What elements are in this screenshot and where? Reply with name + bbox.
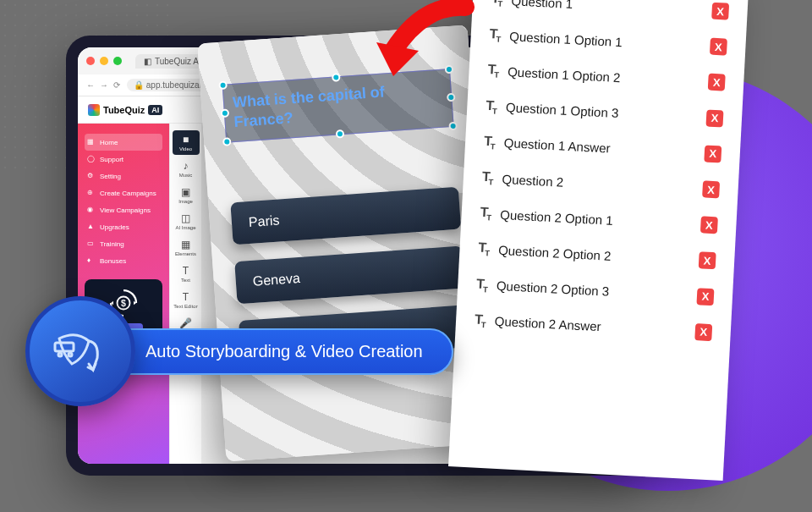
panel-row[interactable]: TTQuestion 2 AnswerX [456, 311, 732, 342]
text-item-icon: TT [489, 26, 500, 44]
help-icon: ◯ [87, 155, 96, 163]
sidebar-item-view[interactable]: ◉View Campaigns [85, 201, 162, 218]
tool-text[interactable]: TText [173, 262, 200, 286]
plus-icon: ⊕ [87, 189, 96, 197]
delete-icon[interactable]: X [704, 145, 721, 162]
app-logo[interactable]: TubeQuizAI [88, 104, 162, 116]
delete-icon[interactable]: X [708, 74, 726, 91]
panel-row[interactable]: TTQuestion 2 Option 3X [458, 275, 733, 306]
panel-row[interactable]: TTQuestion 1 Option 1X [470, 25, 746, 57]
reload-icon[interactable]: ⟳ [113, 80, 120, 90]
text-item-icon: TT [481, 169, 492, 187]
forward-icon[interactable]: → [100, 80, 108, 90]
text-item-icon: TT [476, 276, 487, 294]
tool-ai-image[interactable]: ◫AI Image [173, 209, 200, 234]
sidebar: ▦Home ◯Support ⚙Setting ⊕Create Campaign… [78, 124, 169, 464]
tool-video[interactable]: ■Video [173, 130, 200, 155]
ai-image-icon: ◫ [173, 212, 200, 224]
svg-point-3 [58, 353, 62, 356]
panel-row[interactable]: TTQuestion 2 Option 2X [459, 239, 735, 271]
resize-handle[interactable] [221, 109, 230, 118]
tool-elements[interactable]: ▦Elements [173, 235, 200, 260]
panel-row[interactable]: TTQuestion 2 Option 1X [461, 204, 737, 235]
delete-icon[interactable]: X [705, 109, 723, 127]
elements-icon: ▦ [173, 239, 200, 250]
book-icon: ▭ [87, 239, 96, 248]
resize-handle[interactable] [218, 80, 228, 90]
delete-icon[interactable]: X [711, 3, 729, 20]
svg-point-4 [69, 353, 72, 356]
questions-panel: TTQuestion 1X TTQuestion 1 Option 1X TTQ… [448, 0, 749, 481]
svg-rect-2 [55, 343, 74, 351]
delete-icon[interactable]: X [696, 288, 714, 306]
back-icon[interactable]: ← [86, 80, 95, 90]
delete-icon[interactable]: X [694, 323, 712, 341]
sidebar-item-training[interactable]: ▭Training [85, 235, 162, 252]
gift-icon: ♦ [87, 256, 96, 265]
sidebar-item-bonuses[interactable]: ♦Bonuses [85, 252, 162, 269]
sidebar-item-upgrades[interactable]: ▲Upgrades [85, 218, 162, 235]
grid-icon: ▦ [87, 138, 96, 146]
panel-row[interactable]: TTQuestion 1 AnswerX [465, 132, 741, 163]
sidebar-item-home[interactable]: ▦Home [85, 134, 162, 151]
text-item-icon: TT [486, 97, 497, 115]
sidebar-item-setting[interactable]: ⚙Setting [85, 168, 162, 184]
music-icon: ♪ [173, 160, 200, 172]
image-icon: ▣ [173, 186, 200, 198]
delete-icon[interactable]: X [710, 38, 727, 56]
text-icon: T [173, 265, 200, 277]
toolbar: ■Video ♪Music ▣Image ◫AI Image ▦Elements… [169, 124, 201, 464]
text-item-icon: TT [491, 0, 502, 8]
option-geneva[interactable]: Geneva [234, 245, 465, 304]
text-item-icon: TT [484, 134, 495, 151]
delete-icon[interactable]: X [702, 180, 720, 198]
panel-row[interactable]: TTQuestion 1 Option 2X [469, 61, 744, 92]
tool-image[interactable]: ▣Image [173, 183, 200, 207]
panel-row[interactable]: TTQuestion 1X [473, 0, 749, 21]
text-item-icon: TT [475, 311, 486, 329]
delete-icon[interactable]: X [699, 252, 716, 270]
logo-icon [88, 104, 100, 116]
resize-handle[interactable] [332, 73, 341, 82]
sidebar-item-create[interactable]: ⊕Create Campaigns [85, 184, 162, 201]
panel-row[interactable]: TTQuestion 1 Option 3X [467, 96, 743, 128]
video-icon: ■ [173, 134, 200, 146]
text-item-icon: TT [480, 205, 491, 223]
traffic-lights[interactable] [86, 57, 122, 65]
tab-title: TubeQuiz AI [155, 57, 201, 66]
sidebar-item-support[interactable]: ◯Support [85, 151, 162, 168]
gear-icon: ⚙ [87, 172, 96, 180]
text-item-icon: TT [478, 240, 489, 258]
eye-icon: ◉ [87, 206, 96, 214]
feature-banner: Auto Storyboarding & Video Creation [102, 328, 453, 375]
panel-row[interactable]: TTQuestion 2X [463, 168, 738, 200]
delete-icon[interactable]: X [700, 217, 718, 234]
feature-badge: Auto Storyboarding & Video Creation [25, 296, 453, 406]
feature-badge-icon [25, 296, 135, 406]
up-icon: ▲ [87, 223, 96, 231]
tool-music[interactable]: ♪Music [173, 157, 200, 181]
text-item-icon: TT [487, 62, 498, 80]
